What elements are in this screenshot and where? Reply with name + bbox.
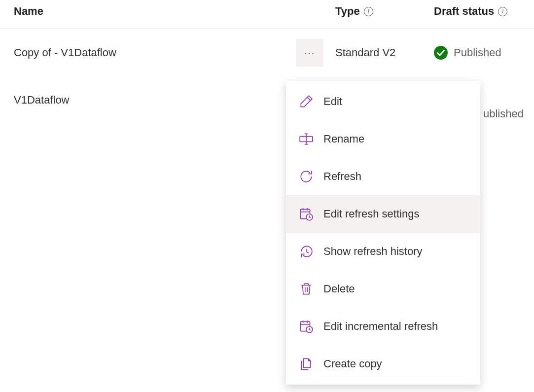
- column-header-name[interactable]: Name: [0, 5, 296, 18]
- menu-item-label: Edit incremental refresh: [323, 320, 438, 333]
- column-header-type[interactable]: Type i: [325, 5, 419, 18]
- status-label: Published: [454, 46, 501, 59]
- menu-item-create-copy[interactable]: Create copy: [286, 345, 480, 383]
- menu-item-label: Show refresh history: [323, 245, 423, 258]
- column-header-name-label: Name: [14, 5, 43, 18]
- menu-item-edit-incremental-refresh[interactable]: Edit incremental refresh: [286, 308, 480, 345]
- column-header-status-label: Draft status: [434, 5, 494, 18]
- menu-item-show-refresh-history[interactable]: Show refresh history: [286, 233, 480, 270]
- row-name: Copy of - V1Dataflow: [0, 46, 296, 59]
- table-header: Name Type i Draft status i: [0, 0, 534, 29]
- menu-item-label: Edit refresh settings: [323, 208, 419, 220]
- info-icon[interactable]: i: [364, 7, 373, 16]
- refresh-icon: [299, 169, 314, 184]
- menu-item-label: Edit: [323, 95, 342, 108]
- menu-item-label: Refresh: [323, 170, 361, 183]
- menu-item-edit-refresh-settings[interactable]: Edit refresh settings: [286, 195, 480, 233]
- context-menu: Edit Rename Refresh Edit refresh setting…: [286, 81, 480, 385]
- delete-icon: [299, 282, 314, 296]
- check-icon: [434, 46, 448, 60]
- menu-item-refresh[interactable]: Refresh: [286, 158, 480, 195]
- menu-item-label: Create copy: [323, 357, 382, 370]
- menu-item-label: Delete: [323, 283, 355, 295]
- info-icon[interactable]: i: [498, 7, 507, 16]
- table-row[interactable]: Copy of - V1Dataflow ··· Standard V2 Pub…: [0, 29, 534, 76]
- copy-icon: [299, 356, 314, 371]
- menu-item-label: Rename: [323, 133, 364, 145]
- row-name: V1Dataflow: [0, 94, 296, 107]
- menu-item-delete[interactable]: Delete: [286, 270, 480, 308]
- history-icon: [299, 244, 314, 259]
- row-type: Standard V2: [325, 46, 419, 59]
- rename-icon: [299, 132, 314, 146]
- schedule-icon: [299, 207, 314, 221]
- edit-icon: [299, 94, 314, 109]
- column-header-type-label: Type: [335, 5, 360, 18]
- schedule-icon: [299, 319, 314, 334]
- more-actions-button[interactable]: ···: [296, 39, 323, 67]
- menu-item-edit[interactable]: Edit: [286, 83, 480, 120]
- row-status: Published: [419, 46, 534, 60]
- obscured-status-fragment: ublished: [483, 107, 524, 120]
- menu-item-rename[interactable]: Rename: [286, 120, 480, 158]
- column-header-status[interactable]: Draft status i: [419, 5, 534, 18]
